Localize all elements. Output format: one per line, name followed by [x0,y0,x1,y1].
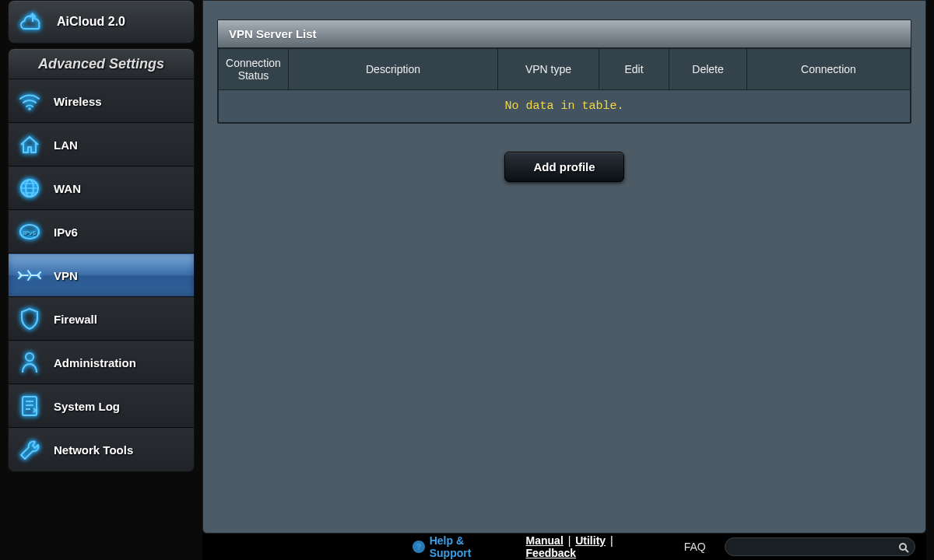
footer-links: Manual | Utility | Feedback [526,534,665,559]
faq-search-input[interactable] [725,537,915,556]
sidebar-list: Wireless LAN WAN IPv6 IPv6 [8,79,195,472]
wrench-icon [16,437,43,464]
sidebar-section-header-label: Advanced Settings [38,56,164,72]
vpn-icon [16,262,43,289]
sidebar-item-wan[interactable]: WAN [9,166,194,210]
sidebar-item-label: System Log [54,400,120,413]
svg-text:IPv6: IPv6 [23,229,37,236]
footer: ? Help & Support Manual | Utility | Feed… [202,534,926,560]
search-icon[interactable] [896,540,911,555]
add-profile-row: Add profile [217,152,911,182]
help-question-icon: ? [413,541,425,553]
sidebar-section-header: Advanced Settings [8,48,195,79]
vpn-server-table: Connection Status Description VPN type E… [218,48,911,123]
help-support-link[interactable]: ? Help & Support [413,534,507,559]
ipv6-icon: IPv6 [16,219,43,245]
sidebar-item-lan[interactable]: LAN [9,123,194,166]
manual-link[interactable]: Manual [526,534,564,547]
sidebar: AiCloud 2.0 Advanced Settings Wireless L… [0,0,202,560]
sidebar-item-label: Administration [54,356,136,369]
sidebar-item-firewall[interactable]: Firewall [9,297,194,341]
col-description: Description [289,49,498,90]
main-panel: VPN Server List Connection Status Descri… [202,0,926,534]
sidebar-item-label: Network Tools [54,443,133,457]
svg-point-7 [900,544,906,550]
sidebar-item-label: WAN [54,182,81,195]
sidebar-item-wireless[interactable]: Wireless [9,79,194,123]
separator: | [610,534,613,547]
svg-point-5 [26,353,33,361]
sidebar-item-networktools[interactable]: Network Tools [9,428,194,471]
sidebar-item-label: IPv6 [54,226,78,239]
sidebar-item-systemlog[interactable]: System Log [9,384,194,428]
main-area: VPN Server List Connection Status Descri… [202,0,934,560]
svg-point-0 [28,107,31,110]
sidebar-item-ipv6[interactable]: IPv6 IPv6 [9,210,194,254]
sidebar-item-label: LAN [54,138,78,152]
home-icon [16,131,43,158]
separator: | [568,534,571,547]
faq-label: FAQ [684,541,706,553]
add-profile-button[interactable]: Add profile [504,152,623,182]
app-layout: AiCloud 2.0 Advanced Settings Wireless L… [0,0,934,560]
sidebar-item-label: Firewall [54,313,97,326]
log-icon [16,393,43,419]
shield-icon [16,306,43,332]
wifi-icon [16,88,43,114]
sidebar-item-label: AiCloud 2.0 [57,15,125,29]
col-vpn-type: VPN type [498,49,599,90]
col-connection-status: Connection Status [219,49,289,90]
table-title-text: VPN Server List [229,27,317,40]
sidebar-item-aicloud[interactable]: AiCloud 2.0 [8,0,195,44]
sidebar-item-administration[interactable]: Administration [9,341,194,384]
table-title: VPN Server List [218,20,911,48]
cloud-icon [19,9,46,35]
sidebar-item-vpn[interactable]: VPN [9,254,194,297]
vpn-server-list-box: VPN Server List Connection Status Descri… [217,19,911,124]
globe-icon [16,175,43,201]
sidebar-item-label: Wireless [54,95,102,108]
table-empty-message: No data in table. [219,90,911,123]
col-connection: Connection [747,49,911,90]
utility-link[interactable]: Utility [575,534,606,547]
col-delete: Delete [669,49,747,90]
col-edit: Edit [599,49,669,90]
feedback-link[interactable]: Feedback [526,547,577,559]
person-icon [16,349,43,376]
sidebar-item-label: VPN [54,269,78,282]
help-support-label: Help & Support [430,534,507,559]
